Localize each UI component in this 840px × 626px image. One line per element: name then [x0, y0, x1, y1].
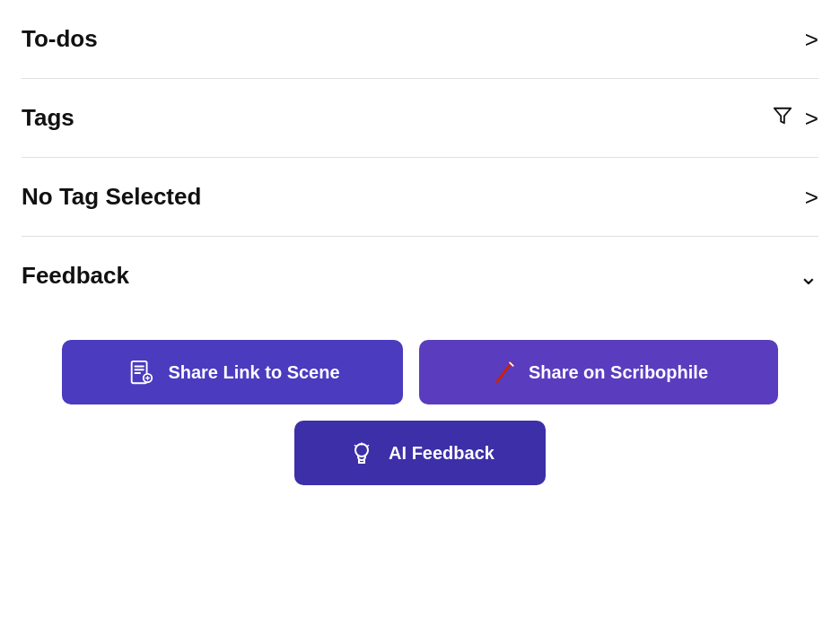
chevron-right-icon-notag: >	[805, 186, 818, 209]
svg-point-10	[355, 444, 368, 456]
no-tag-icons: >	[805, 186, 818, 209]
share-scribophile-label: Share on Scribophile	[529, 362, 708, 383]
todos-icons: >	[805, 28, 818, 51]
feedback-section-row[interactable]: Feedback ⌄	[22, 237, 818, 315]
no-tag-selected-label: No Tag Selected	[22, 183, 201, 211]
scene-icon	[125, 356, 157, 388]
buttons-top-row: Share Link to Scene Share on Scribophile	[36, 340, 804, 404]
share-link-label: Share Link to Scene	[168, 362, 339, 383]
buttons-bottom-row: AI Feedback	[36, 421, 804, 485]
chevron-down-icon: ⌄	[799, 265, 818, 288]
tags-section-row[interactable]: Tags >	[22, 79, 818, 157]
svg-line-15	[355, 446, 357, 448]
tags-label: Tags	[22, 104, 74, 132]
chevron-right-icon-tags: >	[805, 107, 818, 130]
share-link-to-scene-button[interactable]: Share Link to Scene	[62, 340, 403, 404]
main-container: To-dos > Tags > No Tag Selected > Feedba…	[0, 0, 840, 500]
svg-line-8	[497, 362, 512, 381]
feedback-buttons-section: Share Link to Scene Share on Scribophile	[22, 315, 818, 500]
no-tag-selected-row[interactable]: No Tag Selected >	[22, 158, 818, 236]
svg-marker-0	[774, 108, 791, 123]
scribophile-icon	[489, 358, 518, 387]
filter-icon	[773, 106, 792, 131]
svg-line-16	[367, 446, 369, 448]
ai-feedback-label: AI Feedback	[389, 443, 494, 464]
share-on-scribophile-button[interactable]: Share on Scribophile	[419, 340, 778, 404]
feedback-icons: ⌄	[799, 265, 818, 288]
feedback-label: Feedback	[22, 262, 129, 290]
lightbulb-icon	[346, 437, 378, 469]
ai-feedback-button[interactable]: AI Feedback	[294, 421, 546, 485]
todos-label: To-dos	[22, 25, 98, 53]
chevron-right-icon: >	[805, 28, 818, 51]
tags-icons: >	[773, 106, 818, 131]
todos-section-row[interactable]: To-dos >	[22, 0, 818, 78]
